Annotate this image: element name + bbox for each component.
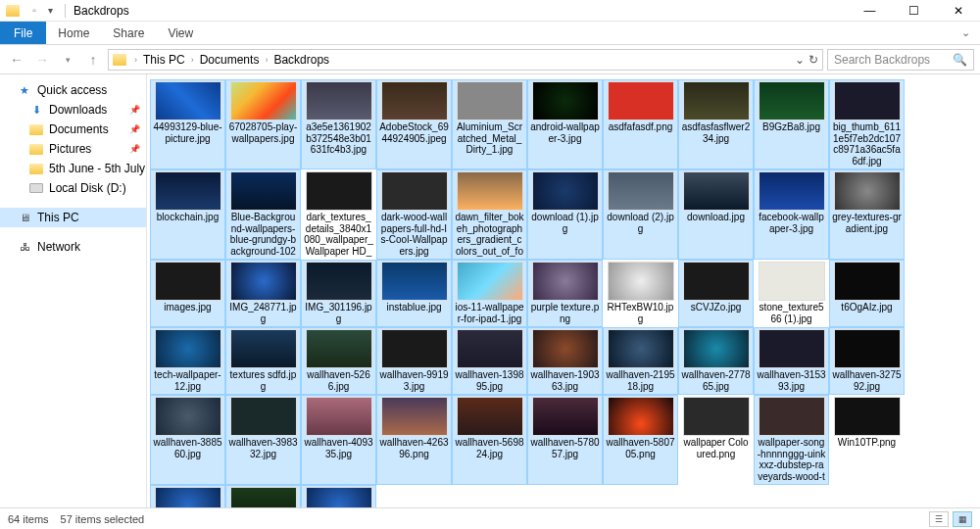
file-tile[interactable]: B9GzBa8.jpg [755,80,828,168]
address-row: ← → ▾ ↑ › This PC › Documents › Backdrop… [0,45,980,74]
close-button[interactable]: ✕ [936,0,980,22]
file-tile[interactable]: grey-textures-gradient.jpg [830,170,904,259]
tab-share[interactable]: Share [101,22,156,44]
file-name: wallhaven-277865.jpg [680,368,752,393]
file-tile[interactable]: sCVJZo.jpg [679,261,753,326]
file-tile[interactable]: AdobeStock_6944924905.jpeg [377,80,451,168]
nav-item[interactable]: Documents📌 [0,120,146,139]
file-tile[interactable]: windows-wallpaper-8.jpg [302,486,375,507]
file-thumbnail [532,171,599,211]
nav-item[interactable]: ⬇Downloads📌 [0,100,146,120]
file-tile[interactable]: wallhaven-398332.jpg [226,396,300,484]
file-tile[interactable]: asdfasfasflwer234.jpg [679,80,753,168]
file-tile[interactable]: t6OgAIz.jpg [830,261,904,326]
file-name: dark-wood-wallpapers-full-hd-Is-Cool-Wal… [378,211,450,258]
file-tile[interactable]: wallhaven-5266.jpg [302,328,375,394]
file-tile[interactable]: instablue.jpg [377,261,451,326]
file-tile[interactable]: ios-11-wallpaper-for-ipad-1.jpg [453,261,526,326]
file-tile[interactable]: wallhaven-426396.png [377,396,451,484]
file-tile[interactable]: wallhaven-139895.jpg [453,328,526,394]
file-tile[interactable]: wallhaven-569824.jpg [453,396,526,484]
file-tile[interactable]: IMG_248771.jpg [226,261,300,326]
tab-home[interactable]: Home [46,22,101,44]
qat-new-folder-icon[interactable]: ▾ [43,4,57,18]
file-tile[interactable]: windows_field_grass_operating_system_743… [226,486,300,507]
file-tile[interactable]: Aluminium_Scratched_Metal_Dirty_1.jpg [453,80,526,168]
file-tile[interactable]: wallhaven-578057.jpg [528,396,602,484]
file-tile[interactable]: tech-wallpaper-12.jpg [151,328,224,394]
file-tile[interactable]: wallpaper Coloured.png [679,396,753,484]
file-tile[interactable]: wallhaven-315393.jpg [755,328,828,394]
file-tile[interactable]: big_thumb_6111e5f7eb2dc107c8971a36ac5fa6… [830,80,904,168]
file-tile[interactable]: wallhaven-388560.jpg [151,396,224,484]
file-tile[interactable]: wallhaven-99193.jpg [377,328,451,394]
file-tile[interactable]: windows_10_hero_inspired_wallpaper_by_sc… [151,486,224,507]
details-view-button[interactable]: ☰ [929,511,949,527]
file-tile[interactable]: dawn_filter_bokeh_photographers_gradient… [453,170,526,259]
file-tile[interactable]: download (1).jpg [528,170,602,259]
file-tile[interactable]: wallhaven-409335.jpg [302,396,375,484]
file-thumbnail [381,262,448,301]
breadcrumb[interactable]: This PC [141,53,187,67]
forward-button[interactable]: → [31,49,53,71]
address-bar[interactable]: › This PC › Documents › Backdrops ⌄ ↻ [108,49,823,71]
file-tile[interactable]: Win10TP.png [830,396,904,484]
file-name: AdobeStock_6944924905.jpeg [378,120,450,145]
file-tab[interactable]: File [0,22,46,44]
up-button[interactable]: ↑ [82,49,104,71]
nav-network[interactable]: 🖧 Network [0,237,146,257]
file-tile[interactable]: blockchain.jpg [151,170,224,259]
file-tile[interactable]: wallhaven-327592.jpg [830,328,904,394]
thumbnails-view-button[interactable]: ▦ [953,511,972,527]
file-tile[interactable]: textures sdfd.jpg [226,328,300,394]
nav-item-label: Downloads [49,103,107,117]
file-thumbnail [759,171,825,211]
nav-item[interactable]: Pictures📌 [0,139,146,159]
file-thumbnail [230,329,297,368]
qat-properties-icon[interactable]: ▫ [27,4,41,18]
file-tile[interactable]: wallhaven-190363.jpg [528,328,602,394]
file-tile[interactable]: Blue-Background-wallpapers-blue-grundgy-… [226,170,300,259]
file-thumbnail [457,171,523,211]
file-name: download (2).jpg [605,211,676,235]
nav-this-pc[interactable]: 🖥 This PC [0,208,146,227]
recent-dropdown-icon[interactable]: ▾ [57,49,78,71]
file-thumbnail [457,81,523,120]
file-thumbnail [306,81,372,120]
file-tile[interactable]: purple texture.png [528,261,602,326]
search-input[interactable]: Search Backdrops 🔍 [827,49,974,71]
file-tile[interactable]: dark_textures_details_3840x1080_wallpape… [302,170,375,259]
refresh-icon[interactable]: ↻ [808,53,818,67]
nav-item[interactable]: 5th June - 5th July [0,159,146,178]
file-name: wallhaven-5266.jpg [303,368,374,393]
nav-item[interactable]: Local Disk (D:) [0,178,146,198]
file-tile[interactable]: asdfafasdf.png [604,80,677,168]
file-tile[interactable]: download.jpg [679,170,753,259]
breadcrumb[interactable]: Backdrops [271,53,331,67]
maximize-button[interactable]: ☐ [892,0,936,22]
tab-view[interactable]: View [156,22,205,44]
file-tile[interactable]: android-wallpaper-3.jpg [528,80,602,168]
file-tile[interactable]: stone_texture566 (1).jpg [755,261,828,326]
back-button[interactable]: ← [6,49,27,71]
file-tile[interactable]: IMG_301196.jpg [302,261,375,326]
ribbon-expand-icon[interactable]: ⌄ [951,22,980,44]
file-thumbnail [155,171,221,211]
nav-quick-access[interactable]: ★ Quick access [0,80,146,100]
file-tile[interactable]: facebook-wallpaper-3.jpg [755,170,828,259]
file-tile[interactable]: images.jpg [151,261,224,326]
file-tile[interactable]: RHTexBW10.jpg [604,261,677,326]
file-tile[interactable]: download (2).jpg [604,170,677,259]
file-tile[interactable]: 44993129-blue-picture.jpg [151,80,224,168]
minimize-button[interactable]: — [848,0,892,22]
content-pane[interactable]: 44993129-blue-picture.jpg67028705-play-w… [147,74,980,507]
file-tile[interactable]: wallhaven-580705.png [604,396,677,484]
file-tile[interactable]: a3e5e1361902b372548e3b01631fc4b3.jpg [302,80,375,168]
file-tile[interactable]: wallpaper-song-hnnnnggg-uinkxxz-dubstep-… [755,396,828,484]
file-tile[interactable]: wallhaven-219518.jpg [604,328,677,394]
file-tile[interactable]: wallhaven-277865.jpg [679,328,753,394]
address-dropdown-icon[interactable]: ⌄ [795,53,805,67]
file-tile[interactable]: 67028705-play-wallpapers.jpg [226,80,300,168]
file-tile[interactable]: dark-wood-wallpapers-full-hd-Is-Cool-Wal… [377,170,451,259]
breadcrumb[interactable]: Documents [198,53,262,67]
